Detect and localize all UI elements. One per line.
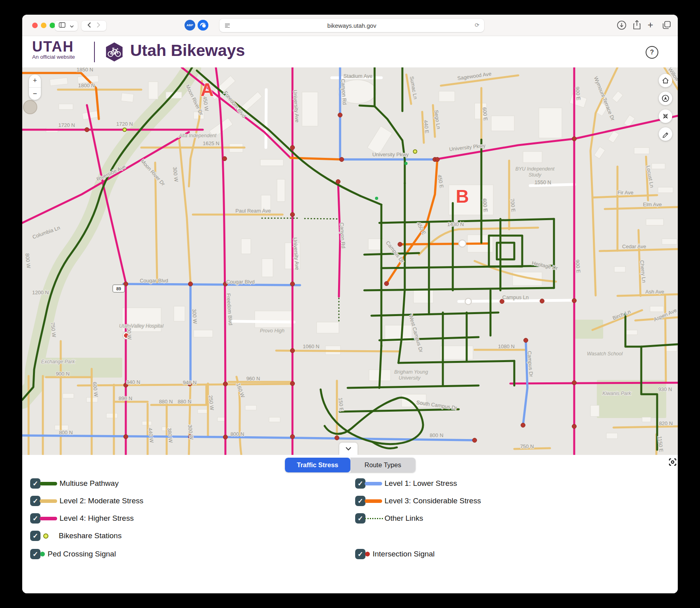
street-label: Freedom Blvd: [223, 90, 247, 119]
street-label: 800 N: [59, 430, 73, 435]
street-label: Cougar Blvd: [140, 278, 168, 284]
legend-swatch-line: [40, 499, 57, 503]
legend-label: Ped Crossing Signal: [48, 550, 116, 558]
street-label: 940 N: [127, 379, 140, 385]
forward-button[interactable]: [97, 22, 100, 29]
browser-extension-icon[interactable]: [198, 20, 208, 31]
street-label: 750 W: [50, 322, 57, 338]
legend-swatch-dotted: [365, 518, 383, 519]
minimize-window-button[interactable]: [41, 23, 46, 28]
legend-label: Level 4: Higher Stress: [60, 514, 134, 523]
url-text: bikeways.utah.gov: [327, 22, 376, 29]
legend-checkbox-intersection-signal[interactable]: ✓: [355, 549, 365, 559]
street-label: Campus Ln: [502, 294, 529, 300]
back-button[interactable]: [87, 22, 91, 29]
draw-pencil-button[interactable]: [659, 127, 672, 141]
browser-toolbar: ABP bikeways.utah.gov ⟳ +: [22, 15, 678, 36]
map-svg: 891850 N1800 N1720 N1720 N450 W1625 NMoo…: [22, 67, 678, 455]
browser-window: ABP bikeways.utah.gov ⟳ + UTAH An offici…: [22, 15, 678, 593]
zoom-out-button[interactable]: −: [29, 88, 41, 100]
maximize-window-button[interactable]: [50, 23, 55, 28]
poi-label: University: [399, 375, 421, 381]
home-extent-button[interactable]: [659, 74, 672, 87]
legend-checkbox-level-3-considerable-stress[interactable]: ✓: [355, 496, 365, 506]
collapse-extent-button[interactable]: [659, 109, 672, 123]
street-label: 1060 N: [303, 343, 319, 349]
legend-swatch-dot: [365, 552, 370, 556]
zoom-in-button[interactable]: +: [29, 75, 41, 88]
legend-label: Multiuse Pathway: [60, 479, 119, 488]
map-marker-b: B: [456, 186, 469, 207]
street-label: Fir Ave: [617, 190, 633, 196]
reader-view-icon[interactable]: [224, 22, 231, 30]
legend-collapse-button[interactable]: [339, 443, 358, 455]
street-label: 900 N: [56, 371, 70, 377]
legend-checkbox-bikeshare-stations[interactable]: ✓: [30, 531, 40, 541]
street-label: 800 W: [24, 253, 32, 269]
share-icon[interactable]: [632, 20, 642, 32]
street-label: 1080 N: [498, 343, 515, 349]
street-label: 880 N: [178, 399, 192, 405]
downloads-icon[interactable]: [617, 20, 627, 32]
street-label: Cedar Ave: [622, 244, 646, 249]
route-shield: 89: [113, 285, 125, 292]
street-label: 600 W: [92, 382, 99, 397]
legend-checkbox-level-2-moderate-stress[interactable]: ✓: [30, 496, 40, 506]
street-label: 1625 N: [203, 140, 219, 146]
legend-swatch-line: [40, 482, 57, 485]
street-label: University Pkwy: [372, 152, 409, 157]
legend-checkbox-ped-crossing-signal[interactable]: ✓: [30, 549, 40, 559]
app-title: Utah Bikeways: [130, 41, 245, 60]
legend-checkbox-level-4-higher-stress[interactable]: ✓: [30, 513, 40, 524]
close-window-button[interactable]: [32, 23, 38, 28]
street-label: Ash Ave: [645, 289, 664, 295]
street-label: 300 W: [172, 167, 179, 182]
poi-label: Study: [529, 172, 542, 178]
poi-label: Kiwanis Park: [602, 391, 631, 396]
tab-route-types[interactable]: Route Types: [350, 458, 416, 472]
locate-me-button[interactable]: [659, 92, 672, 105]
tab-overview-icon[interactable]: [662, 20, 671, 31]
sidebar-icon: [59, 22, 65, 29]
legend-tabs: Traffic StressRoute Types: [285, 458, 415, 472]
street-label: 930 N: [658, 386, 672, 392]
legend-swatch-line: [365, 499, 382, 503]
street-label: 1200 N: [32, 290, 49, 295]
street-label: Paul Ream Ave: [235, 208, 271, 214]
site-header: UTAH An official website Utah Bikeways ?: [22, 36, 678, 67]
street-label: 890 N: [119, 395, 133, 401]
street-label: 820 N: [659, 420, 673, 426]
zoom-control: + −: [29, 75, 41, 100]
street-label: Cougar Blvd: [226, 279, 255, 285]
adblock-extension-icon[interactable]: ABP: [185, 20, 195, 31]
sidebar-toggle[interactable]: [55, 21, 78, 31]
new-tab-icon[interactable]: +: [648, 21, 653, 29]
street-label: 1800 N: [78, 82, 95, 88]
help-button[interactable]: ?: [646, 46, 658, 59]
legend-checkbox-multiuse-pathway[interactable]: ✓: [30, 478, 40, 489]
fullscreen-icon[interactable]: [667, 456, 678, 468]
header-divider: [94, 42, 95, 62]
street-label: 800 N: [430, 432, 444, 438]
chevron-down-icon[interactable]: [70, 22, 74, 29]
legend-swatch-dot: [40, 552, 45, 556]
street-label: 300 W: [191, 309, 198, 324]
map-canvas[interactable]: 891850 N1800 N1720 N1720 N450 W1625 NMoo…: [22, 67, 678, 455]
legend-swatch-line: [365, 482, 382, 485]
legend-checkbox-level-1-lower-stress[interactable]: ✓: [355, 478, 365, 489]
nav-buttons: [81, 21, 106, 31]
street-label: Elm Ave: [643, 201, 662, 207]
svg-text:89: 89: [116, 286, 121, 291]
legend-label: Intersection Signal: [373, 550, 435, 558]
poi-label: Alta Independent: [179, 133, 217, 138]
street-label: Columbia Ln: [32, 224, 61, 240]
url-bar[interactable]: bikeways.utah.gov ⟳: [219, 19, 484, 32]
utah-state-logo[interactable]: UTAH An official website: [32, 40, 75, 60]
tab-traffic-stress[interactable]: Traffic Stress: [285, 458, 350, 472]
legend-swatch-line: [40, 517, 57, 520]
street-label: 900 E: [574, 259, 582, 274]
legend-label: Level 3: Considerable Stress: [385, 497, 481, 505]
legend-checkbox-other-links[interactable]: ✓: [355, 513, 365, 524]
reload-icon[interactable]: ⟳: [475, 22, 479, 28]
street-label: 880 N: [159, 399, 173, 405]
